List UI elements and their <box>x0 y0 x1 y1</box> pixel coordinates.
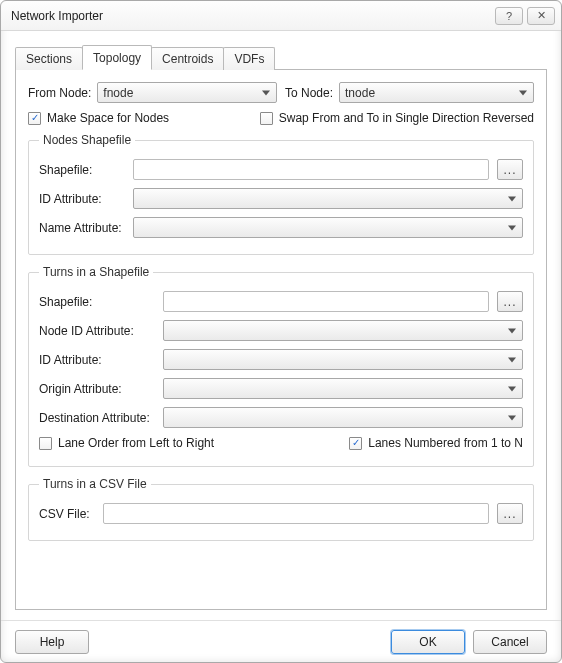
group-legend: Turns in a CSV File <box>39 477 151 491</box>
button-label: Cancel <box>491 635 528 649</box>
to-node-combo[interactable]: tnode <box>339 82 534 103</box>
csv-file-input[interactable] <box>103 503 489 524</box>
nodes-id-attribute-combo[interactable] <box>133 188 523 209</box>
destination-attribute-label: Destination Attribute: <box>39 411 155 425</box>
turns-id-attribute-combo[interactable] <box>163 349 523 370</box>
shapefile-label: Shapefile: <box>39 295 155 309</box>
content-area: Sections Topology Centroids VDFs From No… <box>1 31 561 620</box>
unchecked-icon <box>260 112 273 125</box>
tab-label: Topology <box>93 51 141 65</box>
group-turns-csv: Turns in a CSV File CSV File: ... <box>28 477 534 541</box>
check-icon: ✓ <box>349 437 362 450</box>
window-title: Network Importer <box>11 9 491 23</box>
make-space-label: Make Space for Nodes <box>47 111 169 125</box>
nodes-shapefile-input[interactable] <box>133 159 489 180</box>
swap-from-to-label: Swap From and To in Single Direction Rev… <box>279 111 534 125</box>
close-title-button[interactable]: ✕ <box>527 7 555 25</box>
turns-destination-attribute-combo[interactable] <box>163 407 523 428</box>
lanes-numbered-label: Lanes Numbered from 1 to N <box>368 436 523 450</box>
unchecked-icon <box>39 437 52 450</box>
nodes-name-attribute-combo[interactable] <box>133 217 523 238</box>
to-node-label: To Node: <box>285 86 333 100</box>
tab-label: VDFs <box>234 52 264 66</box>
turns-origin-attribute-combo[interactable] <box>163 378 523 399</box>
help-icon: ? <box>506 10 512 22</box>
group-legend: Turns in a Shapefile <box>39 265 153 279</box>
turns-shapefile-browse-button[interactable]: ... <box>497 291 523 312</box>
csv-file-browse-button[interactable]: ... <box>497 503 523 524</box>
from-node-combo[interactable]: fnode <box>97 82 277 103</box>
to-node-value: tnode <box>345 86 375 100</box>
turns-node-id-attribute-combo[interactable] <box>163 320 523 341</box>
tab-vdfs[interactable]: VDFs <box>223 47 275 70</box>
from-node-value: fnode <box>103 86 133 100</box>
ellipsis-icon: ... <box>503 163 516 177</box>
tab-sections[interactable]: Sections <box>15 47 83 70</box>
turns-shapefile-input[interactable] <box>163 291 489 312</box>
cancel-button[interactable]: Cancel <box>473 630 547 654</box>
tab-centroids[interactable]: Centroids <box>151 47 224 70</box>
nodes-shapefile-browse-button[interactable]: ... <box>497 159 523 180</box>
group-turns-shapefile: Turns in a Shapefile Shapefile: ... Node… <box>28 265 534 467</box>
ellipsis-icon: ... <box>503 295 516 309</box>
node-id-attribute-label: Node ID Attribute: <box>39 324 155 338</box>
group-nodes-shapefile: Nodes Shapefile Shapefile: ... ID Attrib… <box>28 133 534 255</box>
shapefile-label: Shapefile: <box>39 163 125 177</box>
row-from-to-node: From Node: fnode To Node: tnode <box>28 82 534 103</box>
tab-strip: Sections Topology Centroids VDFs <box>15 45 547 70</box>
make-space-checkbox[interactable]: ✓ Make Space for Nodes <box>28 111 169 125</box>
from-node-label: From Node: <box>28 86 91 100</box>
button-label: OK <box>419 635 436 649</box>
tab-label: Sections <box>26 52 72 66</box>
origin-attribute-label: Origin Attribute: <box>39 382 155 396</box>
ellipsis-icon: ... <box>503 507 516 521</box>
check-icon: ✓ <box>28 112 41 125</box>
lanes-numbered-checkbox[interactable]: ✓ Lanes Numbered from 1 to N <box>349 436 523 450</box>
ok-button[interactable]: OK <box>391 630 465 654</box>
id-attribute-label: ID Attribute: <box>39 353 155 367</box>
tab-topology[interactable]: Topology <box>82 45 152 70</box>
name-attribute-label: Name Attribute: <box>39 221 125 235</box>
row-checkboxes: ✓ Make Space for Nodes Swap From and To … <box>28 111 534 125</box>
id-attribute-label: ID Attribute: <box>39 192 125 206</box>
dialog-footer: Help OK Cancel <box>1 620 561 662</box>
button-label: Help <box>40 635 65 649</box>
close-icon: ✕ <box>537 9 546 22</box>
csv-file-label: CSV File: <box>39 507 95 521</box>
tab-label: Centroids <box>162 52 213 66</box>
help-title-button[interactable]: ? <box>495 7 523 25</box>
title-bar: Network Importer ? ✕ <box>1 1 561 31</box>
tab-page-topology: From Node: fnode To Node: tnode ✓ Make S… <box>15 70 547 610</box>
group-legend: Nodes Shapefile <box>39 133 135 147</box>
lane-order-checkbox[interactable]: Lane Order from Left to Right <box>39 436 214 450</box>
swap-from-to-checkbox[interactable]: Swap From and To in Single Direction Rev… <box>260 111 534 125</box>
lane-order-label: Lane Order from Left to Right <box>58 436 214 450</box>
help-button[interactable]: Help <box>15 630 89 654</box>
